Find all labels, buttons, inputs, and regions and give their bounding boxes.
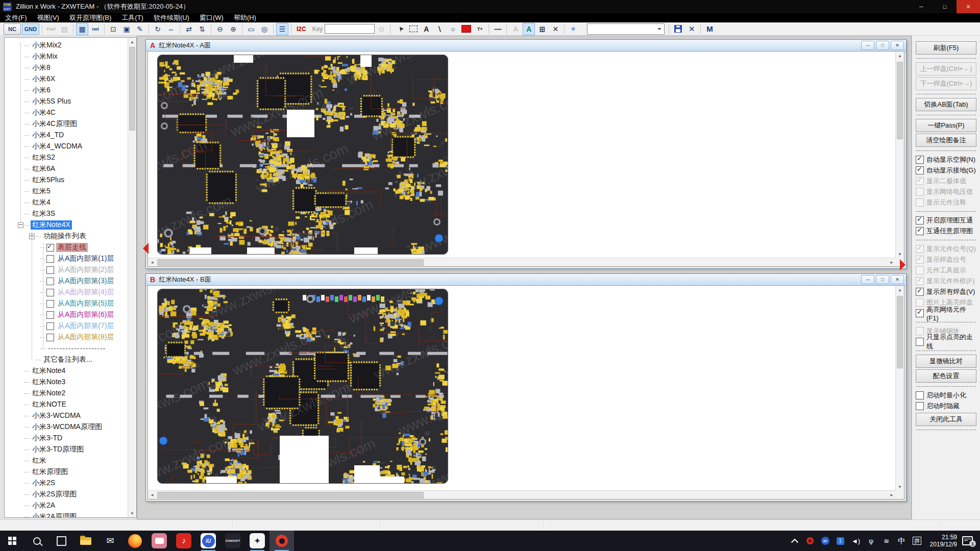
highlight-net-components-checkbox[interactable]: 高亮网络元件(F1) <box>916 308 976 318</box>
tree-item[interactable]: 小米4C <box>5 107 128 118</box>
net-select-combo[interactable] <box>587 23 665 35</box>
layer-checkbox[interactable] <box>46 311 54 319</box>
draw-color-swatch[interactable] <box>461 25 471 33</box>
tree-item[interactable]: 小米2S <box>5 478 128 489</box>
switch-ab-button[interactable]: 切换AB面(Tab) <box>916 98 976 111</box>
key-search-input[interactable] <box>325 24 375 34</box>
scroll-thumb[interactable] <box>129 47 135 131</box>
tree-item[interactable]: 从A面内部第(5)层 <box>5 298 128 309</box>
maximize-button[interactable]: □ <box>933 0 957 13</box>
menu-window[interactable]: 窗口(W) <box>194 13 229 22</box>
tree-item[interactable]: 其它备注列表... <box>5 354 128 365</box>
minimize-on-start-checkbox[interactable]: 启动时最小化 <box>916 390 976 400</box>
tree-item[interactable]: 红米Note4 <box>5 365 128 377</box>
restore-button[interactable]: □ <box>876 275 889 284</box>
tree-item[interactable]: 小米3-WCDMA <box>5 410 128 421</box>
checkbox-icon[interactable] <box>916 391 924 399</box>
tree-scrollbar[interactable]: ▲ ▼ <box>128 38 136 517</box>
tree-item[interactable]: 小米4C原理图 <box>5 118 128 130</box>
screen-record-button[interactable] <box>270 531 294 551</box>
checkbox-icon[interactable] <box>916 402 924 410</box>
tree-item[interactable]: 小米Mix <box>5 51 128 62</box>
scroll-left-arrow[interactable]: ◄ <box>148 491 156 499</box>
scroll-right-arrow[interactable]: ► <box>888 491 896 499</box>
tree-item[interactable]: 小米2A <box>5 500 128 511</box>
minimize-button[interactable]: ─ <box>861 275 874 284</box>
refresh-button[interactable]: 刷新(F5) <box>916 41 976 55</box>
tray-record-icon[interactable] <box>802 531 818 551</box>
close-button[interactable]: ✕ <box>957 0 980 13</box>
zillion-app-button[interactable]: iU <box>196 531 220 551</box>
grid-toggle-button[interactable]: ⊞ <box>536 23 548 35</box>
checkbox-icon[interactable] <box>916 227 924 235</box>
tree-item[interactable]: 表层走线 <box>5 242 128 253</box>
tree-item[interactable]: 从A面内部第(2)层 <box>5 264 128 276</box>
auto-show-empty-pin-checkbox[interactable]: 自动显示空脚(N) <box>916 155 976 165</box>
start-button[interactable] <box>0 531 24 551</box>
tree-item[interactable]: 从A面内部第(1)层 <box>5 253 128 264</box>
tree-item[interactable]: 小米5S Plus <box>5 96 128 107</box>
fit-view-button[interactable]: ⊡ <box>107 23 119 35</box>
tree-item[interactable]: 小米6X <box>5 73 128 85</box>
minimize-button[interactable]: ─ <box>861 41 874 50</box>
wifi-icon[interactable]: ≋ <box>879 531 894 551</box>
layer-checkbox[interactable] <box>46 278 54 285</box>
tree-item[interactable]: 从A面内部第(6)层 <box>5 309 128 320</box>
auto-show-ground-checkbox[interactable]: 自动显示接地(G) <box>916 165 976 176</box>
tree-item[interactable]: 红米5Plus <box>5 174 128 186</box>
zxwsoft-button[interactable]: ZXWSOFT <box>220 531 245 551</box>
tree-item[interactable]: 小米4_TD <box>5 130 128 141</box>
firefox-button[interactable] <box>122 531 147 551</box>
color-settings-button[interactable]: 配色设置 <box>916 369 976 383</box>
layer-checkbox[interactable] <box>46 322 54 330</box>
tree-expander-icon[interactable] <box>18 222 23 228</box>
scroll-thumb[interactable] <box>897 296 903 368</box>
ellipse-tool-button[interactable]: ○ <box>447 23 459 35</box>
tree-item[interactable]: 红米Note4X <box>5 219 128 231</box>
layer-checkbox[interactable] <box>46 266 54 274</box>
layer-checkbox[interactable] <box>46 334 54 341</box>
checkbox-icon[interactable] <box>916 309 924 317</box>
tree-item[interactable]: 红米原理图 <box>5 466 128 478</box>
one-key-pass-button[interactable]: 一键Pass(P) <box>916 119 976 132</box>
scroll-left-arrow[interactable]: ◄ <box>148 258 156 266</box>
probe-button[interactable]: ⌖ <box>567 23 579 35</box>
scroll-down-arrow[interactable]: ▼ <box>128 509 136 517</box>
tree-item[interactable]: 从A面内部第(3)层 <box>5 276 128 287</box>
notification-center-button[interactable]: 1 <box>962 536 973 545</box>
swap-views-button[interactable]: ⇄ <box>183 23 195 35</box>
tree-item[interactable]: 红米Note3 <box>5 377 128 388</box>
tree-item[interactable]: 小米2A原理图 <box>5 511 128 517</box>
tree-item[interactable]: 从A面内部第(8)层 <box>5 332 128 343</box>
tree-item[interactable]: 红米5 <box>5 186 128 197</box>
restore-button[interactable]: □ <box>876 41 889 50</box>
layer-checkbox[interactable] <box>46 289 54 296</box>
vertical-scrollbar[interactable]: ▲ ▼ <box>895 286 904 491</box>
clear-annotations-button[interactable]: 清空绘图备注 <box>916 134 976 147</box>
component-view-button[interactable]: ▣ <box>120 23 133 35</box>
show-lit-traces-only-checkbox[interactable]: 只显示点亮的走线 <box>916 337 976 347</box>
scroll-up-arrow[interactable]: ▲ <box>896 286 904 294</box>
menu-renewal[interactable]: 软件续期(U) <box>149 13 194 22</box>
layer-checkbox[interactable] <box>46 255 54 263</box>
checkbox-icon[interactable] <box>916 156 924 164</box>
scroll-right-arrow[interactable]: ► <box>888 258 896 266</box>
layer-checkbox[interactable] <box>46 300 54 308</box>
window-b-titlebar[interactable]: B 红米Note4X - B面 ─ □ ✕ <box>146 274 906 286</box>
tree-item[interactable]: 从A面内部第(7)层 <box>5 320 128 332</box>
close-icon[interactable]: ✕ <box>891 275 904 284</box>
menu-file[interactable]: 文件(F) <box>0 13 32 22</box>
tree-item[interactable]: 功能操作列表 <box>5 231 128 242</box>
show-all-pads-checkbox[interactable]: 显示所有焊盘(V) <box>916 287 976 297</box>
scroll-thumb[interactable] <box>897 62 903 139</box>
menu-dual-schematic[interactable]: 双开原理图(B) <box>64 13 116 22</box>
volume-icon[interactable]: ◄) <box>848 531 864 551</box>
sort-layers-button[interactable]: ⇅ <box>196 23 208 35</box>
checkbox-icon[interactable] <box>916 166 924 174</box>
menu-help[interactable]: 帮助(H) <box>229 13 261 22</box>
window-a-titlebar[interactable]: A 红米Note4X - A面 ─ □ ✕ <box>146 40 906 52</box>
scroll-up-arrow[interactable]: ▲ <box>128 38 136 46</box>
bluetooth-icon[interactable]: ᛒ <box>833 531 848 551</box>
pcb-image-b-side[interactable] <box>157 289 448 484</box>
highlight-component-text-button[interactable]: A <box>523 23 535 35</box>
